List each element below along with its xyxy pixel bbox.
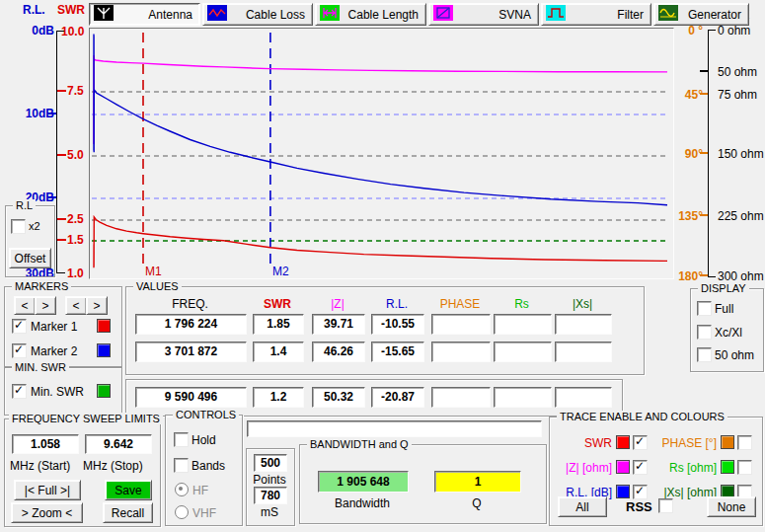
zoom-sweep-button[interactable]: > Zoom < [11,502,83,523]
marker1-rl-value: -10.55 [371,314,424,335]
marker2-z-value: 46.26 [312,342,365,362]
full-sweep-button[interactable]: |< Full >| [14,480,81,500]
cable-length-button[interactable]: Cable Length [315,3,426,26]
sweep-time-label: mS [248,505,291,519]
marker-label-M2: M2 [272,265,289,276]
rl-x2-label: x2 [29,220,40,232]
generator-button[interactable]: Generator [653,3,749,26]
ohm-tick-label: 75 ohm [718,88,757,102]
bandwidth-value: 1 905 648 [318,471,409,493]
swr-tick-label: 2.5 [67,212,84,226]
marker1-phase-value [431,314,491,335]
marker2-rs-value [494,342,552,362]
min-swr-swr-value: 1.2 [253,387,304,408]
min-swr-group-title: MIN. SWR [12,361,69,373]
bands-checkbox[interactable] [174,458,189,473]
marker1-checkbox[interactable] [12,319,27,334]
values-header-rs: Rs [494,297,550,311]
vhf-label: VHF [192,506,216,520]
swr-tick-label: 10.0 [61,25,84,38]
swr-axis-tick [57,239,66,241]
trace-z-swatch[interactable] [616,460,630,474]
bands-label: Bands [191,459,225,473]
trace-rl-swatch[interactable] [616,485,630,498]
min-swr-rs-value [494,387,552,408]
antenna-analyzer-window: R.L. SWR PHASE X-R-Z Antenna Cable Loss … [0,0,765,532]
phase-tick-label: 0 ° [671,24,703,38]
generator-icon [658,5,678,24]
trace-phase-checkbox[interactable] [737,435,752,450]
sweep-time-input[interactable]: 780 [254,487,287,504]
ohm-axis-tick [700,70,708,72]
values-group-title: VALUES [133,280,182,292]
values-header-z: |Z| [312,297,363,311]
rss-checkbox[interactable] [658,498,673,513]
trace-rs-swatch[interactable] [721,460,734,474]
trace-rs-checkbox[interactable] [737,460,752,475]
marker1-freq-value: 1 796 224 [135,314,247,335]
svna-icon [433,5,453,24]
marker1-swr-value: 1.85 [253,314,304,335]
trace-rs-label: Rs [ohm] [651,461,717,475]
min-swr-checkbox[interactable] [12,384,27,399]
antenna-button[interactable]: Antenna [89,3,200,26]
marker2-next-button[interactable]: > [86,296,108,315]
svna-button[interactable]: SVNA [428,3,539,26]
display-full-checkbox[interactable] [697,301,712,316]
trace-swr [94,217,667,267]
antenna-icon [94,5,114,24]
vhf-radio[interactable] [175,505,189,519]
trace-swr-swatch[interactable] [616,435,630,449]
values-header-xs: |Xs| [555,297,610,311]
trace-all-button[interactable]: All [558,496,607,517]
points-input[interactable]: 500 [254,454,287,472]
filter-button[interactable]: Filter [541,3,651,26]
toolbar-button-label: SVNA [498,8,531,22]
rl-offset-group-title: R.L [13,199,36,211]
markers-group-title: MARKERS [12,280,71,292]
start-frequency-input[interactable]: 1.058 [12,434,79,454]
hold-checkbox[interactable] [174,432,189,447]
marker2-prev-button[interactable]: < [65,296,87,315]
trace-rl-checkbox[interactable] [633,485,648,499]
status-field[interactable] [247,420,542,437]
display-50ohm-label: 50 ohm [715,348,754,362]
offset-button[interactable]: Offset [9,248,51,268]
values-header-swr: SWR [253,297,302,311]
left-axis-bottom-tick [56,272,65,273]
bandwidth-group-title: BANDWIDTH and Q [307,438,412,450]
marker2-checkbox[interactable] [12,343,27,358]
cable-loss-button[interactable]: Cable Loss [202,3,313,26]
phase-tick-label: 180° [671,269,703,283]
marker1-next-button[interactable]: > [35,296,56,315]
swr-tick-label: 1.5 [67,233,84,247]
swr-axis-tick [57,218,66,220]
display-xcxl-checkbox[interactable] [697,325,712,340]
rl-x2-checkbox[interactable] [11,219,26,234]
swr-axis-tick [57,154,66,156]
display-50ohm-checkbox[interactable] [697,347,712,362]
hf-radio[interactable] [175,483,189,496]
save-button[interactable]: Save [105,480,152,500]
marker1-xs-value [555,314,612,335]
ohm-tick-label: 300 ohm [718,269,764,283]
stop-frequency-input[interactable]: 9.642 [85,434,152,454]
ohm-tick-label: 50 ohm [718,65,757,79]
points-label: Points [248,473,291,487]
marker2-phase-value [431,342,491,362]
bandwidth-label: Bandwidth [318,496,407,510]
trace-swr-checkbox[interactable] [633,435,648,450]
min-swr-label: Min. SWR [31,385,84,399]
right-axis-top-tick [708,30,716,31]
trace-phase-swatch[interactable] [721,435,734,449]
trace-z-checkbox[interactable] [633,460,648,475]
right-axis-bottom-tick [708,276,716,277]
sweep-chart[interactable]: M1M2 [89,28,674,279]
marker1-prev-button[interactable]: < [14,296,36,315]
recall-button[interactable]: Recall [103,502,153,523]
chart-canvas: M1M2 [90,29,671,276]
trace-none-button[interactable]: None [707,496,756,517]
swr-tick-label: 1.0 [67,266,84,280]
ohm-tick-label: 225 ohm [718,209,764,223]
marker1-color-swatch [97,319,111,333]
